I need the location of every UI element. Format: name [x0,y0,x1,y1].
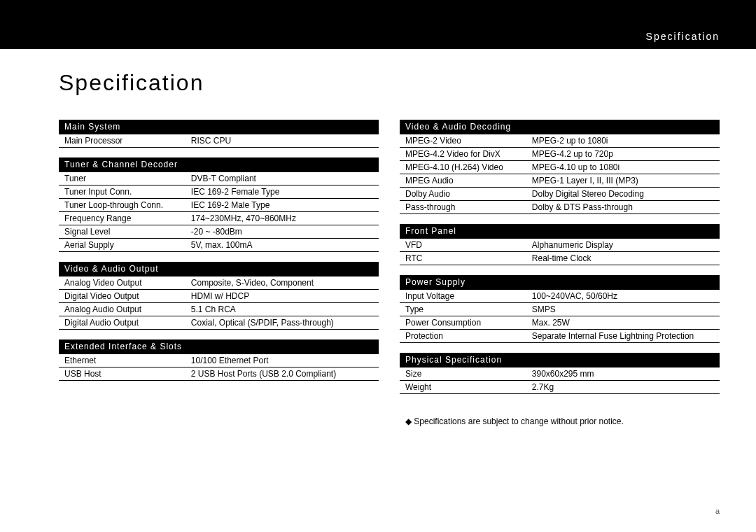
section-header: Video & Audio Output [59,262,379,276]
spec-key: Main Processor [64,136,191,146]
spec-section: Tuner & Channel DecoderTunerDVB-T Compli… [59,158,379,252]
spec-key: USB Host [64,369,191,379]
header-breadcrumb: Specification [646,31,720,42]
spec-value: 2.7Kg [532,382,714,392]
spec-value: -20 ~ -80dBm [191,227,373,237]
spec-row: TypeSMPS [400,303,720,316]
spec-key: Analog Video Output [64,278,191,288]
spec-row: Ethernet10/100 Ethernet Port [59,354,379,368]
spec-section: Video & Audio DecodingMPEG-2 VideoMPEG-2… [400,120,720,214]
spec-row: Analog Video OutputComposite, S-Video, C… [59,276,379,290]
spec-key: MPEG-4.2 Video for DivX [405,149,532,159]
spec-key: Weight [405,382,532,392]
spec-row: Analog Audio Output5.1 Ch RCA [59,303,379,316]
spec-row: Digital Video OutputHDMI w/ HDCP [59,290,379,303]
section-header: Physical Specification [400,353,720,368]
spec-row: MPEG-4.2 Video for DivXMPEG-4.2 up to 72… [400,148,720,161]
spec-row: Weight2.7Kg [400,381,720,394]
section-header: Power Supply [400,275,720,290]
spec-key: MPEG Audio [405,176,532,186]
spec-key: Digital Video Output [64,291,191,301]
spec-key: Signal Level [64,227,191,237]
spec-row: Power ConsumptionMax. 25W [400,316,720,330]
spec-row: RTCReal-time Clock [400,252,720,265]
spec-key: Tuner Loop-through Conn. [64,200,191,210]
page-title: Specification [59,70,720,96]
section-header: Front Panel [400,224,720,239]
spec-row: MPEG-4.10 (H.264) VideoMPEG-4.10 up to 1… [400,161,720,174]
spec-value: DVB-T Compliant [191,174,373,183]
spec-key: Protection [405,331,532,341]
spec-key: RTC [405,253,532,263]
spec-row: VFDAlphanumeric Display [400,239,720,252]
section-header: Extended Interface & Slots [59,340,379,354]
spec-key: Input Voltage [405,291,532,301]
spec-row: Tuner Loop-through Conn.IEC 169-2 Male T… [59,199,379,212]
spec-row: Size390x60x295 mm [400,368,720,381]
spec-value: Max. 25W [532,318,714,328]
spec-key: Power Consumption [405,318,532,328]
footnote: ◆ Specifications are subject to change w… [400,416,720,426]
spec-key: MPEG-2 Video [405,136,532,146]
spec-key: Analog Audio Output [64,304,191,314]
spec-row: Frequency Range174~230MHz, 470~860MHz [59,212,379,225]
spec-value: 100~240VAC, 50/60Hz [532,291,714,301]
spec-value: SMPS [532,304,714,314]
spec-section: Video & Audio OutputAnalog Video OutputC… [59,262,379,330]
spec-key: Aerial Supply [64,240,191,250]
spec-section: Extended Interface & SlotsEthernet10/100… [59,340,379,381]
spec-value: Real-time Clock [532,253,714,263]
spec-value: Alphanumeric Display [532,240,714,250]
page-body: Specification Main SystemMain ProcessorR… [0,49,756,426]
section-header: Tuner & Channel Decoder [59,158,379,172]
spec-value: HDMI w/ HDCP [191,291,373,301]
spec-key: Pass-through [405,202,532,212]
spec-row: ProtectionSeparate Internal Fuse Lightni… [400,330,720,343]
page-number: a [715,507,720,515]
spec-value: 10/100 Ethernet Port [191,356,373,365]
spec-row: Dolby AudioDolby Digital Stereo Decoding [400,188,720,201]
spec-row: Aerial Supply5V, max. 100mA [59,239,379,252]
spec-section: Power SupplyInput Voltage100~240VAC, 50/… [400,275,720,343]
spec-row: USB Host2 USB Host Ports (USB 2.0 Compli… [59,368,379,381]
spec-columns: Main SystemMain ProcessorRISC CPUTuner &… [59,120,720,404]
spec-section: Physical SpecificationSize390x60x295 mmW… [400,353,720,394]
spec-value: Separate Internal Fuse Lightning Protect… [532,331,714,341]
spec-row: MPEG AudioMPEG-1 Layer I, II, III (MP3) [400,174,720,188]
spec-key: MPEG-4.10 (H.264) Video [405,162,532,172]
spec-row: Input Voltage100~240VAC, 50/60Hz [400,290,720,303]
spec-row: Pass-throughDolby & DTS Pass-through [400,201,720,214]
spec-key: Type [405,304,532,314]
spec-value: 2 USB Host Ports (USB 2.0 Compliant) [191,369,373,379]
spec-value: MPEG-4.2 up to 720p [532,149,714,159]
spec-value: 5.1 Ch RCA [191,304,373,314]
spec-section: Front PanelVFDAlphanumeric DisplayRTCRea… [400,224,720,265]
spec-row: Signal Level-20 ~ -80dBm [59,225,379,239]
spec-value: RISC CPU [191,136,373,146]
spec-key: Size [405,369,532,379]
spec-key: Tuner [64,174,191,183]
spec-row: TunerDVB-T Compliant [59,172,379,186]
spec-key: Tuner Input Conn. [64,187,191,197]
spec-value: MPEG-2 up to 1080i [532,136,714,146]
spec-value: MPEG-1 Layer I, II, III (MP3) [532,176,714,186]
spec-row: Digital Audio OutputCoxial, Optical (S/P… [59,316,379,330]
spec-key: VFD [405,240,532,250]
spec-value: 5V, max. 100mA [191,240,373,250]
spec-value: Composite, S-Video, Component [191,278,373,288]
spec-value: Coxial, Optical (S/PDIF, Pass-through) [191,318,373,328]
spec-key: Dolby Audio [405,189,532,199]
spec-key: Frequency Range [64,214,191,223]
spec-section: Main SystemMain ProcessorRISC CPU [59,120,379,148]
spec-value: Dolby Digital Stereo Decoding [532,189,714,199]
header-band: Specification [0,0,756,49]
spec-column: Main SystemMain ProcessorRISC CPUTuner &… [59,120,379,404]
spec-column: Video & Audio DecodingMPEG-2 VideoMPEG-2… [400,120,720,404]
spec-value: IEC 169-2 Male Type [191,200,373,210]
section-header: Main System [59,120,379,134]
spec-value: MPEG-4.10 up to 1080i [532,162,714,172]
spec-key: Digital Audio Output [64,318,191,328]
spec-row: Tuner Input Conn.IEC 169-2 Female Type [59,186,379,199]
spec-row: Main ProcessorRISC CPU [59,134,379,148]
spec-value: IEC 169-2 Female Type [191,187,373,197]
